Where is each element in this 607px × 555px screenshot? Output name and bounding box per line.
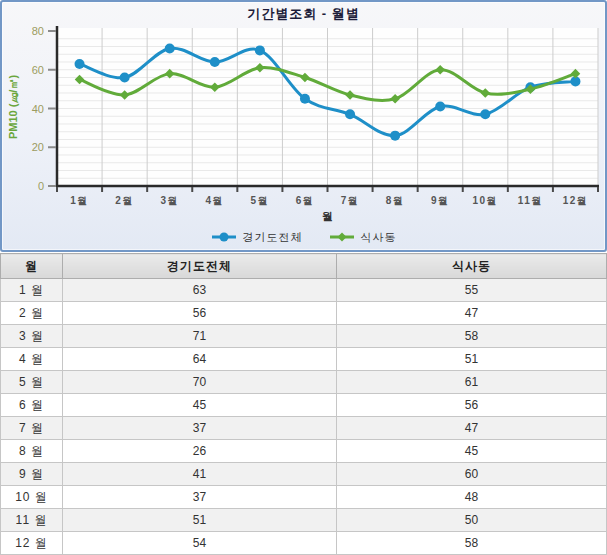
month-cell: 6 월 [1, 394, 63, 417]
svg-text:2월: 2월 [115, 195, 134, 206]
month-cell: 1 월 [1, 279, 63, 302]
value-cell: 58 [337, 532, 607, 555]
svg-text:5월: 5월 [251, 195, 270, 206]
svg-text:12월: 12월 [563, 195, 589, 206]
month-cell: 7 월 [1, 417, 63, 440]
value-cell: 37 [63, 417, 337, 440]
chart-legend: 경기도전체 식사동 [2, 228, 605, 246]
value-cell: 56 [63, 302, 337, 325]
table-row: 3 월7158 [1, 325, 607, 348]
table-row: 1 월6355 [1, 279, 607, 302]
value-cell: 50 [337, 509, 607, 532]
svg-text:3월: 3월 [160, 195, 179, 206]
table-row: 9 월4160 [1, 463, 607, 486]
series2-marker-icon [329, 231, 355, 243]
svg-text:4월: 4월 [206, 195, 225, 206]
legend-label-series1: 경기도전체 [243, 230, 303, 245]
value-cell: 26 [63, 440, 337, 463]
header-month: 월 [1, 254, 63, 279]
table-row: 2 월5647 [1, 302, 607, 325]
legend-label-series2: 식사동 [361, 230, 397, 245]
value-cell: 70 [63, 371, 337, 394]
month-cell: 11 월 [1, 509, 63, 532]
month-cell: 12 월 [1, 532, 63, 555]
svg-text:40: 40 [32, 103, 44, 115]
value-cell: 45 [63, 394, 337, 417]
table-header: 월 경기도전체 식사동 [1, 254, 607, 279]
header-series2: 식사동 [337, 254, 607, 279]
line-chart: 0204060801월2월3월4월5월6월7월8월9월10월11월12월월PM1… [2, 2, 605, 250]
value-cell: 63 [63, 279, 337, 302]
svg-text:8월: 8월 [386, 195, 405, 206]
month-cell: 2 월 [1, 302, 63, 325]
value-cell: 51 [63, 509, 337, 532]
value-cell: 60 [337, 463, 607, 486]
value-cell: 64 [63, 348, 337, 371]
table-row: 12 월5458 [1, 532, 607, 555]
month-cell: 10 월 [1, 486, 63, 509]
month-cell: 3 월 [1, 325, 63, 348]
table-row: 5 월7061 [1, 371, 607, 394]
month-cell: 8 월 [1, 440, 63, 463]
value-cell: 37 [63, 486, 337, 509]
legend-item-series1: 경기도전체 [211, 230, 303, 245]
value-cell: 47 [337, 417, 607, 440]
svg-text:10월: 10월 [472, 195, 498, 206]
header-series1: 경기도전체 [63, 254, 337, 279]
svg-text:1월: 1월 [70, 195, 89, 206]
table-row: 6 월4556 [1, 394, 607, 417]
svg-text:9월: 9월 [431, 195, 450, 206]
series1-marker-icon [211, 231, 237, 243]
chart-panel: 기간별조회 - 월별 0204060801월2월3월4월5월6월7월8월9월10… [0, 0, 607, 252]
legend-item-series2: 식사동 [329, 230, 397, 245]
value-cell: 51 [337, 348, 607, 371]
month-cell: 9 월 [1, 463, 63, 486]
svg-text:20: 20 [32, 141, 44, 153]
value-cell: 54 [63, 532, 337, 555]
value-cell: 56 [337, 394, 607, 417]
table-row: 10 월3748 [1, 486, 607, 509]
value-cell: 41 [63, 463, 337, 486]
chart-title: 기간별조회 - 월별 [2, 5, 605, 23]
y-axis-title: PM10 (㎍/㎥) [7, 75, 19, 140]
table-row: 11 월5150 [1, 509, 607, 532]
svg-text:11월: 11월 [518, 195, 543, 206]
svg-text:60: 60 [32, 64, 44, 76]
svg-text:7월: 7월 [341, 195, 360, 206]
value-cell: 58 [337, 325, 607, 348]
svg-text:0: 0 [38, 180, 44, 192]
svg-text:6월: 6월 [296, 195, 315, 206]
monthly-data-table: 월 경기도전체 식사동 1 월63552 월56473 월71584 월6451… [0, 253, 607, 555]
value-cell: 61 [337, 371, 607, 394]
value-cell: 55 [337, 279, 607, 302]
svg-text:80: 80 [32, 25, 44, 37]
table-body: 1 월63552 월56473 월71584 월64515 월70616 월45… [1, 279, 607, 555]
table-row: 7 월3747 [1, 417, 607, 440]
month-cell: 5 월 [1, 371, 63, 394]
value-cell: 71 [63, 325, 337, 348]
table-row: 4 월6451 [1, 348, 607, 371]
x-axis-title: 월 [322, 210, 333, 222]
month-cell: 4 월 [1, 348, 63, 371]
value-cell: 45 [337, 440, 607, 463]
value-cell: 47 [337, 302, 607, 325]
table-row: 8 월2645 [1, 440, 607, 463]
value-cell: 48 [337, 486, 607, 509]
